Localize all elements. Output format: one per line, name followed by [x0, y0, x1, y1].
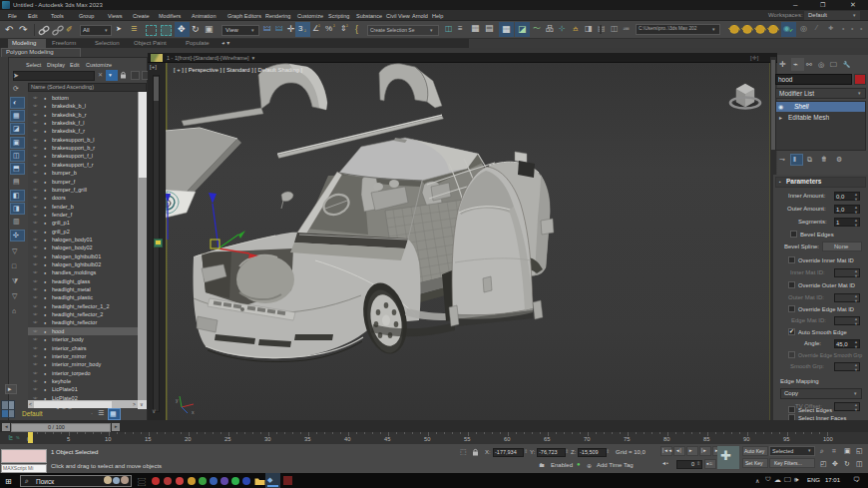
svg-text:[ + ] [ Perspective ] [ Standa: [ + ] [ Perspective ] [ Standard ] [ Def… — [174, 67, 302, 73]
